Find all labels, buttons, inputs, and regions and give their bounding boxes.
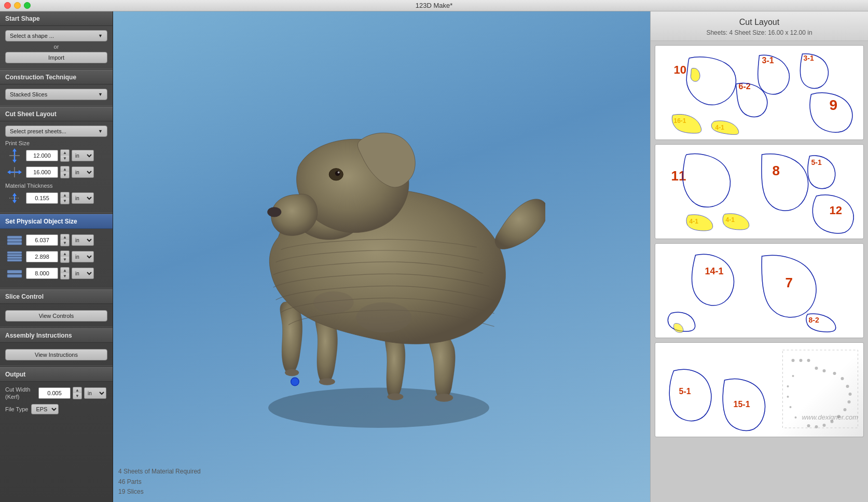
cut-width-input[interactable] bbox=[38, 387, 71, 399]
cut-width-down-button[interactable]: ▼ bbox=[73, 393, 81, 399]
import-button[interactable]: Import bbox=[5, 52, 107, 63]
dot-9 bbox=[849, 393, 852, 396]
print-size-label: Print Size bbox=[5, 140, 107, 146]
width-up-button[interactable]: ▲ bbox=[61, 166, 69, 172]
file-type-label: File Type bbox=[5, 406, 28, 412]
obj-z-down-button[interactable]: ▼ bbox=[61, 273, 69, 279]
dog-model bbox=[182, 117, 545, 428]
piece-14-1-outline bbox=[692, 254, 734, 305]
traffic-lights bbox=[4, 2, 31, 9]
obj-x-unit-select[interactable]: incmmm bbox=[72, 234, 94, 246]
obj-y-input[interactable] bbox=[26, 251, 58, 262]
obj-x-input[interactable] bbox=[26, 234, 58, 246]
view-instructions-button[interactable]: View Instructions bbox=[5, 349, 107, 360]
obj-z-unit-select[interactable]: incmmm bbox=[72, 268, 94, 279]
assembly-instructions-section: View Instructions bbox=[0, 343, 113, 365]
sheets-info: 4 Sheets of Material Required bbox=[118, 467, 201, 477]
cut-width-label: Cut Width (Kerf) bbox=[5, 386, 36, 401]
height-input[interactable] bbox=[26, 150, 58, 161]
obj-y-unit-select[interactable]: incmmm bbox=[72, 251, 94, 262]
obj-z-spinner: ▲ ▼ bbox=[60, 267, 70, 280]
paw-back-left bbox=[387, 393, 403, 400]
stack-layers-icon bbox=[6, 234, 23, 246]
dot-8 bbox=[846, 385, 849, 388]
dot-18 bbox=[787, 385, 789, 387]
physical-object-section: ▲ ▼ incmmm ▲ bbox=[0, 229, 113, 287]
technique-dropdown[interactable]: Stacked Slices ▼ bbox=[5, 89, 107, 100]
cut-width-up-button[interactable]: ▲ bbox=[73, 387, 81, 393]
obj-z-row: ▲ ▼ incmmm bbox=[5, 266, 107, 281]
thickness-input-row: ▲ ▼ incmmm bbox=[5, 191, 107, 205]
dot-10 bbox=[848, 400, 851, 403]
width-unit-select[interactable]: incmmm bbox=[72, 166, 94, 178]
dot-19 bbox=[787, 396, 789, 398]
divider-2 bbox=[0, 105, 113, 106]
small-piece-detail bbox=[674, 323, 684, 332]
sheet-card-2[interactable]: 11 8 5-1 12 4-1 4-1 bbox=[655, 144, 864, 239]
shape-dropdown[interactable]: Select a shape ... ▼ bbox=[5, 30, 107, 41]
sheet-svg-1: 10 3-1 3-1 6-2 9 16-1 4-1 bbox=[657, 48, 861, 136]
height-unit-select[interactable]: incmmm bbox=[72, 150, 94, 161]
obj-y-down-button[interactable]: ▼ bbox=[61, 257, 69, 262]
view-controls-button[interactable]: View Controls bbox=[5, 310, 107, 322]
height-down-button[interactable]: ▼ bbox=[61, 156, 69, 161]
svg-rect-19 bbox=[7, 270, 22, 273]
obj-z-up-button[interactable]: ▲ bbox=[61, 268, 69, 273]
width-arrow-icon bbox=[7, 165, 22, 179]
piece-11-outline bbox=[683, 154, 731, 207]
divider-1 bbox=[0, 68, 113, 69]
obj-x-up-button[interactable]: ▲ bbox=[61, 234, 69, 240]
output-header: Output bbox=[0, 367, 113, 382]
close-button[interactable] bbox=[4, 2, 11, 9]
front-leg-left bbox=[280, 302, 302, 374]
svg-marker-5 bbox=[7, 170, 10, 174]
obj-y-up-button[interactable]: ▲ bbox=[61, 251, 69, 257]
watermark-text: www.dexigner.com bbox=[802, 413, 858, 421]
sheet-card-3[interactable]: 7 14-1 8-2 bbox=[655, 243, 864, 338]
height-up-button[interactable]: ▲ bbox=[61, 150, 69, 156]
thickness-up-button[interactable]: ▲ bbox=[61, 192, 69, 198]
dot-5 bbox=[823, 369, 826, 372]
minimize-button[interactable] bbox=[14, 2, 21, 9]
dot-15 bbox=[815, 425, 818, 428]
thickness-input[interactable] bbox=[26, 192, 58, 204]
divider-3 bbox=[0, 213, 113, 213]
sheet-card-4[interactable]: 5-1 15-1 bbox=[655, 342, 864, 437]
slices-info: 19 Slices bbox=[118, 487, 201, 497]
obj-z-input[interactable] bbox=[26, 268, 58, 279]
stack-layers-icon-2 bbox=[6, 250, 23, 263]
dog-shadow bbox=[268, 388, 489, 428]
height-spinner: ▲ ▼ bbox=[60, 149, 70, 162]
thickness-unit-select[interactable]: incmmm bbox=[72, 192, 94, 204]
paw-front-right bbox=[319, 378, 335, 385]
piece-detail bbox=[691, 68, 700, 81]
obj-x-spinner: ▲ ▼ bbox=[60, 234, 70, 246]
cut-layout-panel: Cut Layout Sheets: 4 Sheet Size: 16.00 x… bbox=[650, 11, 868, 502]
width-input[interactable] bbox=[26, 166, 58, 178]
svg-rect-13 bbox=[7, 239, 22, 242]
preset-sheets-dropdown[interactable]: Select preset sheets... ▼ bbox=[5, 126, 107, 137]
piece-label-3-1b: 3-1 bbox=[804, 54, 814, 62]
dog-nose bbox=[267, 207, 281, 217]
belly-marking-2 bbox=[313, 291, 353, 314]
viewport-bottom-info: 4 Sheets of Material Required 46 Parts 1… bbox=[118, 467, 201, 497]
thickness-arrow-icon bbox=[7, 191, 22, 205]
svg-rect-16 bbox=[7, 254, 22, 256]
dot-2 bbox=[800, 359, 803, 362]
piece-4-1c-outline bbox=[686, 215, 713, 231]
maximize-button[interactable] bbox=[24, 2, 31, 9]
sheet-card-1[interactable]: 10 3-1 3-1 6-2 9 16-1 4-1 bbox=[655, 45, 864, 140]
thickness-down-button[interactable]: ▼ bbox=[61, 198, 69, 204]
stack-y-icon bbox=[5, 249, 24, 264]
chevron-down-icon-2: ▼ bbox=[98, 92, 103, 97]
svg-marker-9 bbox=[12, 193, 17, 196]
slice-control-section: View Controls bbox=[0, 304, 113, 326]
cut-width-unit-select[interactable]: incmmm bbox=[84, 387, 106, 399]
svg-rect-14 bbox=[7, 242, 22, 245]
cut-sheet-layout-header: Cut Sheet Layout bbox=[0, 107, 113, 121]
width-down-button[interactable]: ▼ bbox=[61, 172, 69, 178]
cut-width-spinner: ▲ ▼ bbox=[73, 387, 82, 399]
file-type-select[interactable]: EPSPDFDXF bbox=[31, 404, 59, 414]
obj-x-down-button[interactable]: ▼ bbox=[61, 240, 69, 246]
sheets-container[interactable]: 10 3-1 3-1 6-2 9 16-1 4-1 bbox=[651, 41, 868, 502]
